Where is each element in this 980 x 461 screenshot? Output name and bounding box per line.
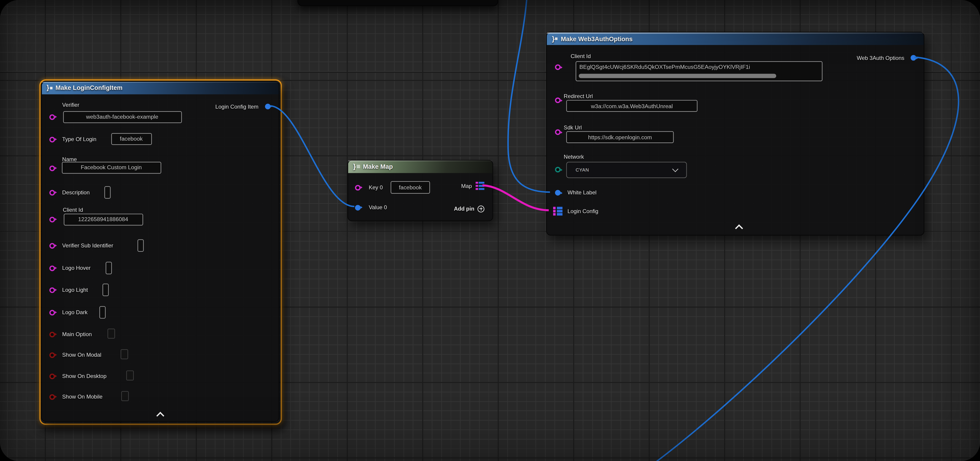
blueprint-editor: } Make LoginConfigItem Login Config Item… [0,0,980,461]
client-id-field[interactable]: BEglQSgt4cUWcj6SKRdu5QkOXTsePmMcusG5EAoy… [576,61,822,81]
graph-canvas[interactable]: } Make LoginConfigItem Login Config Item… [0,0,980,461]
output-pin-label-map: Map [461,183,472,189]
client-id-field[interactable]: 1222658941886084 [64,213,143,225]
input-pin-white-label[interactable] [555,190,561,196]
logo-dark-field[interactable] [99,306,105,318]
key0-field[interactable]: facebook [391,181,430,194]
wire-top-to-whitelabel[interactable] [508,0,550,192]
pin-label-white-label: White Label [568,189,597,196]
node-make-loginconfigitem[interactable]: } Make LoginConfigItem Login Config Item… [41,81,279,422]
network-dropdown[interactable]: CYAN [566,162,687,178]
pin-label-name: Name [62,156,77,162]
pin-label-verifier-sub-identifier: Verifier Sub Identifier [62,242,113,248]
pin-label-network: Network [564,154,584,160]
pin-label-logo-dark: Logo Dark [62,309,88,315]
type-of-login-field[interactable]: facebook [111,133,152,145]
pin-label-client-id: Client Id [571,53,591,59]
output-pin-web3auth-options[interactable] [911,55,916,60]
make-struct-icon: } [47,84,52,91]
input-pin-key0[interactable] [355,184,361,190]
input-pin-verifier-sub-identifier[interactable] [49,243,55,248]
make-map-icon: }≡ [353,163,360,170]
input-pin-logo-hover[interactable] [49,265,55,271]
pin-label-value0: Value 0 [369,204,387,210]
node-title: Make Web3AuthOptions [561,35,633,42]
add-pin-button[interactable]: Add pin [454,205,484,212]
show-on-modal-checkbox[interactable] [120,349,128,359]
input-pin-type-of-login[interactable] [49,137,55,142]
node-header[interactable]: }≡ Make Map [348,160,493,173]
pin-label-type-of-login: Type Of Login [62,136,97,142]
add-pin-plus-icon [477,205,484,212]
show-on-desktop-checkbox[interactable] [126,370,134,380]
verifier-field[interactable]: web3auth-facebook-example [63,111,181,123]
output-pin-label: Web 3Auth Options [857,55,904,61]
client-id-scrollbar[interactable] [579,74,776,78]
input-pin-redirect-url[interactable] [555,97,561,103]
pin-label-logo-light: Logo Light [62,286,88,293]
node-header[interactable]: } Make LoginConfigItem [41,82,278,94]
input-pin-main-option[interactable] [49,331,55,337]
input-pin-description[interactable] [49,189,55,195]
input-pin-network[interactable] [555,167,561,172]
input-pin-logo-light[interactable] [49,287,55,293]
input-pin-verifier[interactable] [49,114,55,120]
name-field[interactable]: Facebook Custom Login [62,161,161,173]
input-pin-logo-dark[interactable] [49,310,55,315]
input-pin-client-id[interactable] [49,216,55,222]
collapse-node-button[interactable] [735,224,744,230]
network-selected-value: CYAN [576,167,589,173]
pin-label-key0: Key 0 [369,184,383,190]
main-option-checkbox[interactable] [107,328,115,339]
pin-label-logo-hover: Logo Hover [62,265,91,271]
pin-label-show-on-modal: Show On Modal [62,351,101,358]
pin-label-show-on-mobile: Show On Mobile [62,393,102,399]
pin-label-client-id: Client Id [63,207,83,213]
input-pin-show-on-mobile[interactable] [49,394,55,400]
description-field[interactable] [104,186,110,199]
wire-loginconfigitem-to-value0[interactable] [270,106,354,207]
output-pin-label: Login Config Item [215,103,258,110]
node-title: Make Map [363,163,393,170]
pin-label-login-config: Login Config [568,208,598,214]
node-make-map[interactable]: }≡ Make Map Key 0 facebook Map Value 0 A… [347,160,493,221]
input-pin-sdk-url[interactable] [555,129,561,135]
input-pin-name[interactable] [49,165,55,171]
verifier-sub-identifier-field[interactable] [137,239,143,251]
show-on-mobile-checkbox[interactable] [121,391,129,401]
input-pin-value0[interactable] [355,205,361,210]
pin-label-sdk-url: Sdk Url [564,124,582,130]
logo-light-field[interactable] [102,283,108,296]
output-pin-map[interactable] [476,181,485,190]
pin-label-main-option: Main Option [62,331,92,337]
offscreen-node-partial[interactable] [298,0,498,6]
pin-label-redirect-url: Redirect Url [564,93,593,99]
input-pin-client-id[interactable] [555,64,561,70]
node-title: Make LoginConfigItem [56,84,123,91]
pin-label-verifier: Verifier [62,102,80,108]
collapse-node-button[interactable] [156,411,165,417]
make-struct-icon: } [552,35,557,42]
chevron-down-icon [672,166,678,172]
input-pin-show-on-desktop[interactable] [49,373,55,379]
node-make-web3authoptions[interactable]: } Make Web3AuthOptions Web 3Auth Options… [546,32,924,235]
logo-hover-field[interactable] [105,261,111,274]
pin-label-description: Description [62,189,90,195]
node-header[interactable]: } Make Web3AuthOptions [547,32,924,45]
output-pin-login-config-item[interactable] [265,103,270,109]
sdk-url-field[interactable]: https://sdk.openlogin.com [566,131,674,143]
redirect-url-field[interactable]: w3a://com.w3a.Web3AuthUnreal [566,100,697,112]
pin-label-show-on-desktop: Show On Desktop [62,373,107,379]
add-pin-label: Add pin [454,205,474,212]
input-pin-show-on-modal[interactable] [49,352,55,358]
input-pin-login-config[interactable] [553,207,562,215]
